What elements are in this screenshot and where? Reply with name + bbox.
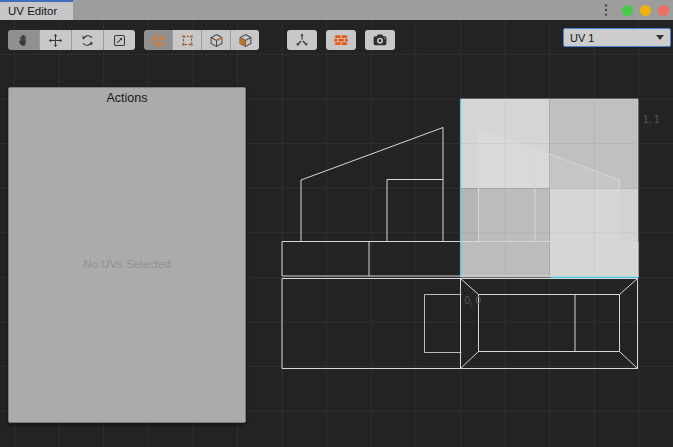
scale-tool-button[interactable] — [103, 30, 135, 50]
vertex-mode-button[interactable] — [172, 30, 201, 50]
project-arrows-icon — [294, 32, 310, 48]
uv-channel-dropdown[interactable]: UV 1 — [563, 28, 671, 47]
chevron-down-icon — [656, 35, 664, 40]
edge-selection-icon — [209, 33, 224, 48]
uv-texture-preview — [461, 99, 639, 277]
window-controls — [599, 0, 669, 20]
face-mode-button[interactable] — [230, 30, 259, 50]
tool-group — [8, 30, 135, 50]
project-uvs-button[interactable] — [287, 30, 317, 50]
pan-tool-button[interactable] — [8, 30, 39, 50]
window-dot-green[interactable] — [622, 5, 633, 16]
rotate-tool-button[interactable] — [71, 30, 103, 50]
edge-mode-button[interactable] — [201, 30, 230, 50]
action-group — [287, 30, 395, 50]
object-mode-button[interactable] — [144, 30, 172, 50]
move-tool-button[interactable] — [39, 30, 71, 50]
face-selection-icon — [238, 33, 253, 48]
window-dot-red[interactable] — [658, 5, 669, 16]
uv-origin-label: 0, 0 — [465, 295, 482, 306]
uv-editor-window: 0, 0 1, 1 UV Editor UV 1 Actions No UVs … — [0, 0, 673, 447]
window-dot-yellow[interactable] — [640, 5, 651, 16]
actions-panel-title: Actions — [9, 88, 245, 105]
bricks-icon — [333, 32, 349, 48]
kebab-menu-icon[interactable] — [599, 2, 613, 18]
rotate-icon — [80, 33, 95, 48]
vertex-selection-icon — [180, 33, 195, 48]
actions-panel: Actions No UVs Selected — [8, 87, 246, 423]
tab-uv-editor[interactable]: UV Editor — [0, 0, 73, 20]
selection-mode-group — [144, 30, 259, 50]
render-uv-template-button[interactable] — [365, 30, 395, 50]
hand-icon — [16, 33, 31, 48]
texture-bricks-button[interactable] — [326, 30, 356, 50]
camera-icon — [372, 32, 388, 48]
title-bar: UV Editor — [0, 0, 673, 20]
move-icon — [48, 33, 63, 48]
scale-icon — [112, 33, 127, 48]
tab-title: UV Editor — [8, 5, 57, 17]
no-uvs-selected-message: No UVs Selected — [9, 105, 245, 422]
uv-unit-label: 1, 1 — [643, 114, 660, 125]
uv-channel-value: UV 1 — [570, 32, 594, 44]
cube-icon — [151, 33, 166, 48]
